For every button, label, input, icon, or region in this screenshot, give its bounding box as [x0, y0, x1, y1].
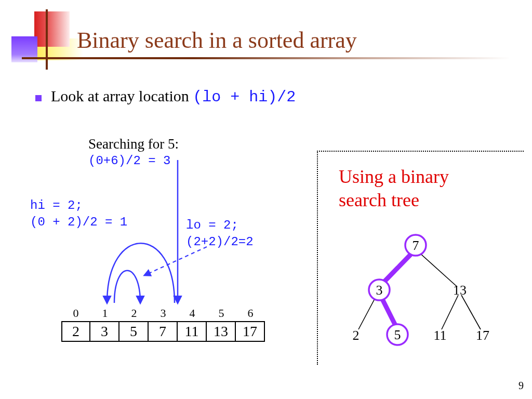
tree-node-lr: 5 [394, 327, 401, 342]
array-index-row: 0 1 2 3 4 5 6 [61, 307, 265, 320]
tree-node-rr: 17 [476, 328, 489, 343]
array-cell: 17 [236, 321, 265, 342]
array-index: 1 [90, 307, 119, 320]
tree-title: Using a binarysearch tree [339, 165, 449, 212]
bullet-icon [35, 95, 42, 101]
array-index: 0 [61, 307, 90, 320]
array-diagram: 0 1 2 3 4 5 6 2 3 5 7 11 13 17 [61, 307, 265, 342]
deco-hline [22, 57, 510, 59]
deco-yellow [25, 38, 83, 60]
tree-node-r: 13 [453, 283, 467, 298]
search-heading: Searching for 5: [88, 136, 179, 152]
tree-node-root: 7 [413, 238, 419, 253]
tree-node-rl: 11 [433, 328, 446, 343]
slide-title: Binary search in a sorted array [77, 27, 357, 54]
array-index: 2 [119, 307, 149, 320]
array-index: 4 [178, 307, 207, 320]
array-cell: 7 [149, 321, 178, 342]
array-index: 6 [236, 307, 265, 320]
slide-number: 9 [518, 380, 524, 392]
svg-line-7 [461, 295, 481, 329]
array-cell: 3 [90, 321, 119, 342]
bullet-text: Look at array location [51, 87, 193, 104]
svg-line-6 [442, 295, 458, 329]
array-cell: 11 [178, 321, 207, 342]
array-index: 5 [207, 307, 236, 320]
array-cell: 13 [207, 321, 236, 342]
bullet-code: (lo + hi)/2 [193, 88, 296, 106]
binary-search-tree: 7 3 13 2 5 11 17 [330, 230, 501, 354]
deco-red [34, 11, 70, 47]
array-value-row: 2 3 5 7 11 13 17 [61, 321, 265, 342]
deco-vline [46, 9, 48, 70]
tree-node-l: 3 [376, 283, 383, 298]
svg-line-1 [144, 247, 207, 275]
array-cell: 2 [61, 321, 90, 342]
tree-node-ll: 2 [353, 328, 360, 343]
svg-line-5 [358, 295, 377, 329]
bullet-item: Look at array location (lo + hi)/2 [35, 87, 296, 106]
array-cell: 5 [119, 321, 149, 342]
array-index: 3 [149, 307, 178, 320]
svg-line-4 [416, 249, 457, 287]
deco-purple [11, 36, 37, 62]
array-pointer-diagram [61, 156, 280, 312]
